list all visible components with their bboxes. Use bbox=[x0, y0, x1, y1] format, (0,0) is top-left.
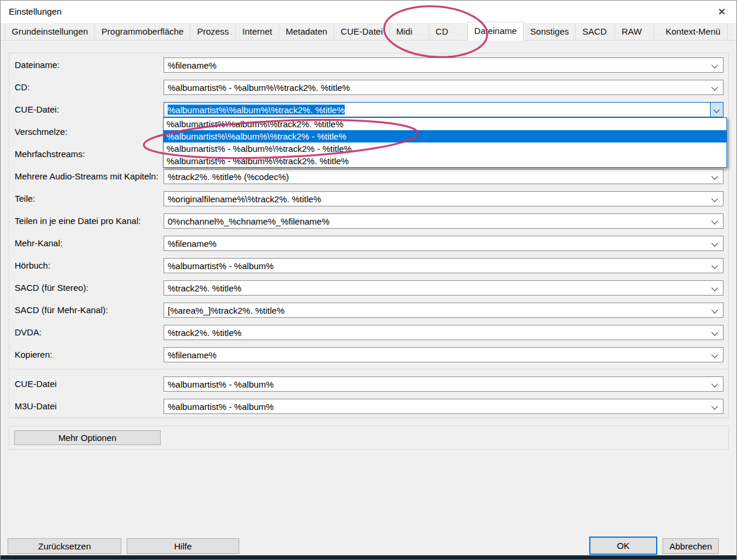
chevron-down-icon bbox=[711, 403, 718, 409]
field-label: Hörbuch: bbox=[15, 258, 50, 273]
form-row-teilen-pro-kanal: Teilen in je eine Datei pro Kanal: 0%nch… bbox=[1, 213, 736, 229]
tab-grundeinstellungen[interactable]: Grundeinstellungen bbox=[5, 23, 95, 40]
tab-bar: Grundeinstellungen Programmoberfläche Pr… bbox=[1, 23, 736, 40]
form-row-cue-datei: CUE-Datei: %albumartist%\%album%\%track2… bbox=[1, 102, 736, 117]
kopieren-combobox[interactable]: %filename% bbox=[164, 347, 724, 362]
combobox-value: %track2%. %title% bbox=[168, 328, 242, 338]
field-label: CUE-Datei: bbox=[15, 102, 59, 117]
chevron-down-icon bbox=[711, 62, 718, 68]
tab-internet[interactable]: Internet bbox=[236, 23, 279, 40]
dropdown-option[interactable]: %albumartist% - %album%\%track2% - %titl… bbox=[164, 142, 726, 155]
combobox-value: [%area%_]%track2%. %title% bbox=[168, 306, 284, 315]
combobox-value: 0%nchannel%_%chname%_%filename% bbox=[168, 216, 330, 226]
combobox-value: %track2%. %title% bbox=[168, 283, 242, 293]
combobox-value: %albumartist% - %album% bbox=[168, 261, 274, 271]
tab-programmoberflaeche[interactable]: Programmoberfläche bbox=[95, 23, 191, 40]
chevron-down-icon bbox=[711, 195, 718, 202]
cue-datei-combobox-focused[interactable]: %albumartist%\%album%\%track2%. %title% bbox=[164, 102, 724, 117]
field-label: M3U-Datei bbox=[15, 399, 57, 414]
field-label: Mehrfachstreams: bbox=[15, 147, 85, 162]
form-row-cue-datei-2: CUE-Datei %albumartist% - %album% bbox=[1, 376, 736, 392]
tab-sacd[interactable]: SACD bbox=[576, 23, 615, 40]
dvda-combobox[interactable]: %track2%. %title% bbox=[164, 325, 724, 340]
help-button[interactable]: Hilfe bbox=[127, 538, 239, 554]
field-label: Teile: bbox=[15, 191, 35, 206]
chevron-down-icon bbox=[711, 240, 718, 246]
sacd-stereo-combobox[interactable]: %track2%. %title% bbox=[164, 280, 724, 296]
chevron-down-icon bbox=[711, 284, 718, 291]
teilen-pro-kanal-combobox[interactable]: 0%nchannel%_%chname%_%filename% bbox=[164, 213, 724, 229]
tab-prozess[interactable]: Prozess bbox=[191, 23, 236, 40]
field-label: CD: bbox=[15, 80, 30, 95]
field-label: Dateiname: bbox=[15, 57, 60, 73]
mehr-kanal-combobox[interactable]: %filename% bbox=[164, 236, 724, 251]
field-label: CUE-Datei bbox=[15, 376, 57, 392]
chevron-down-icon bbox=[711, 262, 718, 269]
title-bar: Einstellungen ✕ bbox=[1, 1, 736, 23]
dropdown-option-selected[interactable]: %albumartist%\%album%\%track2% - %title% bbox=[164, 130, 726, 142]
form-row-sacd-stereo: SACD (für Stereo): %track2%. %title% bbox=[1, 280, 736, 296]
settings-dialog: Einstellungen ✕ Grundeinstellungen Progr… bbox=[0, 0, 737, 560]
cancel-button[interactable]: Abbrechen bbox=[663, 538, 719, 554]
teile-combobox[interactable]: %originalfilename%\%track2%. %title% bbox=[164, 191, 724, 206]
tab-metadaten[interactable]: Metadaten bbox=[279, 23, 334, 40]
mehrere-audio-streams-combobox[interactable]: %track2%. %title% (%codec%) bbox=[164, 169, 724, 184]
chevron-down-icon bbox=[711, 84, 718, 90]
chevron-down-icon bbox=[711, 351, 718, 358]
field-label: Verschmelze: bbox=[15, 124, 67, 140]
chevron-down-icon bbox=[711, 307, 718, 313]
tab-cd[interactable]: CD bbox=[429, 23, 467, 40]
form-row-cd: CD: %albumartist% - %album%\%track2%. %t… bbox=[1, 80, 736, 95]
dropdown-option[interactable]: %albumartist%\%album%\%track2%. %title% bbox=[164, 118, 726, 130]
tab-midi[interactable]: Midi bbox=[390, 23, 429, 40]
tab-raw[interactable]: RAW bbox=[615, 23, 654, 40]
more-options-button[interactable]: Mehr Optionen bbox=[14, 430, 161, 445]
field-label: Mehr-Kanal: bbox=[15, 236, 63, 251]
form-row-m3u-datei: M3U-Datei %albumartist% - %album% bbox=[1, 399, 736, 414]
form-row-hoerbuch: Hörbuch: %albumartist% - %album% bbox=[1, 258, 736, 273]
form-row-dateiname: Dateiname: %filename% bbox=[1, 57, 736, 73]
combobox-value: %albumartist% - %album%\%track2%. %title… bbox=[168, 83, 350, 93]
combobox-value: %albumartist% - %album% bbox=[168, 379, 274, 389]
combobox-value: %filename% bbox=[168, 239, 216, 249]
tab-cue-datei[interactable]: CUE-Datei bbox=[334, 23, 390, 40]
form-row-sacd-mehr-kanal: SACD (für Mehr-Kanal): [%area%_]%track2%… bbox=[1, 303, 736, 318]
sacd-mehr-kanal-combobox[interactable]: [%area%_]%track2%. %title% bbox=[164, 303, 724, 318]
field-label: Kopieren: bbox=[15, 347, 52, 362]
form-row-dvda: DVDA: %track2%. %title% bbox=[1, 325, 736, 340]
combobox-value: %filename% bbox=[168, 60, 216, 70]
combobox-value: %originalfilename%\%track2%. %title% bbox=[168, 194, 321, 204]
form-row-kopieren: Kopieren: %filename% bbox=[1, 347, 736, 362]
ok-button[interactable]: OK bbox=[589, 537, 657, 555]
field-label: SACD (für Stereo): bbox=[15, 280, 89, 296]
chevron-down-icon bbox=[711, 173, 718, 179]
close-icon: ✕ bbox=[718, 7, 726, 17]
dateiname-combobox[interactable]: %filename% bbox=[164, 57, 724, 73]
combobox-selected-value: %albumartist%\%album%\%track2%. %title% bbox=[168, 105, 345, 115]
section-divider bbox=[9, 369, 728, 369]
form-row-mehrere-audio-streams: Mehrere Audio-Streams mit Kapiteln: %tra… bbox=[1, 169, 736, 184]
chevron-down-icon bbox=[711, 218, 718, 224]
window-title: Einstellungen bbox=[9, 6, 62, 16]
field-label: Teilen in je eine Datei pro Kanal: bbox=[15, 213, 141, 229]
field-label: DVDA: bbox=[15, 325, 42, 340]
field-label: Mehrere Audio-Streams mit Kapiteln: bbox=[15, 169, 158, 184]
m3u-datei-combobox[interactable]: %albumartist% - %album% bbox=[164, 399, 724, 414]
chevron-down-icon bbox=[711, 381, 718, 387]
close-button[interactable]: ✕ bbox=[713, 4, 731, 20]
combobox-value: %track2%. %title% (%codec%) bbox=[168, 172, 289, 182]
field-label: SACD (für Mehr-Kanal): bbox=[15, 303, 108, 318]
hoerbuch-combobox[interactable]: %albumartist% - %album% bbox=[164, 258, 724, 273]
form-row-teile: Teile: %originalfilename%\%track2%. %tit… bbox=[1, 191, 736, 206]
dropdown-option[interactable]: %albumartist% - %album%\%track2%. %title… bbox=[164, 155, 726, 167]
combobox-value: %albumartist% - %album% bbox=[168, 402, 274, 412]
cd-combobox[interactable]: %albumartist% - %album%\%track2%. %title… bbox=[164, 80, 724, 95]
cue-datei-playlist-combobox[interactable]: %albumartist% - %album% bbox=[164, 376, 724, 392]
tab-sonstiges[interactable]: Sonstiges bbox=[524, 23, 576, 40]
tab-kontext-menue[interactable]: Kontext-Menü bbox=[659, 23, 727, 40]
tab-dateiname[interactable]: Dateiname bbox=[467, 22, 524, 40]
combobox-value: %filename% bbox=[168, 350, 216, 360]
form-row-mehr-kanal: Mehr-Kanal: %filename% bbox=[1, 236, 736, 251]
reset-button[interactable]: Zurücksetzen bbox=[8, 538, 121, 554]
combobox-dropdown-list: %albumartist%\%album%\%track2%. %title% … bbox=[163, 117, 727, 168]
